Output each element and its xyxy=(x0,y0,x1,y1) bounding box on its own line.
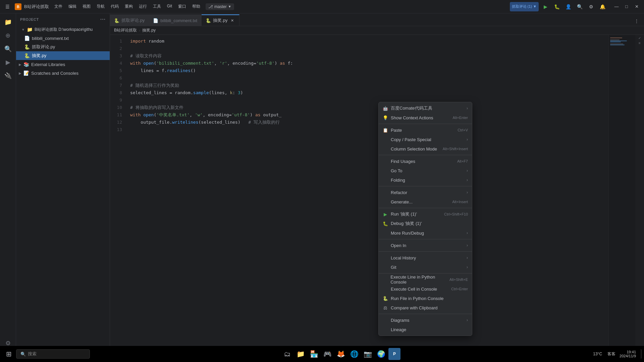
ctx-item-git[interactable]: Git › xyxy=(379,262,472,272)
taskbar-location[interactable]: 客客 xyxy=(606,351,617,358)
ctx-item-exec-line[interactable]: Execute Line in Python Console Alt+Shift… xyxy=(379,275,472,284)
taskbar-icon-pycharm[interactable]: P xyxy=(388,348,400,360)
menu-view[interactable]: 视图 xyxy=(80,2,93,11)
sidebar-options-icon[interactable]: ⋯ xyxy=(100,16,106,22)
branch-selector[interactable]: ⎇ master ▼ xyxy=(206,3,234,10)
taskbar-show-desktop[interactable] xyxy=(640,349,641,359)
tree-arrow-root: ▼ xyxy=(21,28,25,32)
code-line-10: # 将抽取的内容写入新文件 xyxy=(130,104,604,111)
ctx-item-run[interactable]: ▶ Run '抽奖 (1)' Ctrl+Shift+F10 xyxy=(379,209,472,219)
menu-refactor[interactable]: 重构 xyxy=(122,2,136,11)
ctx-item-baidu[interactable]: 🤖 百度Comate代码工具 › xyxy=(379,104,472,113)
minimize-btn[interactable]: — xyxy=(612,2,621,11)
ctx-label-debug: Debug '抽奖 (1)' xyxy=(391,221,422,227)
ctx-item-local-history[interactable]: Local History › xyxy=(379,253,472,262)
tab-lottery[interactable]: 🐍 抽奖.py ✕ xyxy=(202,14,239,26)
ctx-item-context-actions[interactable]: 💡 Show Context Actions Alt+Enter xyxy=(379,113,472,122)
taskbar-icon-explorer[interactable]: 🗂 xyxy=(281,348,293,360)
ctx-item-refactor[interactable]: Refactor › xyxy=(379,188,472,197)
code-editor[interactable]: 1234 5678 9101112 13 import random # 读取文… xyxy=(110,35,644,352)
ctx-item-exec-cell[interactable]: Execute Cell in Console Ctrl+Enter xyxy=(379,284,472,294)
find-usages-icon xyxy=(383,159,388,164)
right-panel-icon1[interactable]: ✓ xyxy=(638,36,641,40)
right-panel-icon2[interactable]: ≡ xyxy=(639,41,641,45)
taskbar-icon-store[interactable]: 🏪 xyxy=(308,348,320,360)
commit-icon[interactable]: ⊕ xyxy=(2,29,14,42)
tree-root[interactable]: ▼ 📁 B站评论抓取 D:\workspace\githu xyxy=(16,25,110,34)
ctx-item-open-in[interactable]: Open In › xyxy=(379,241,472,250)
ctx-item-column-sel[interactable]: Column Selection Mode Alt+Shift+Insert xyxy=(379,144,472,154)
start-button[interactable]: ⊞ xyxy=(3,348,15,360)
taskbar-icon-games[interactable]: 🎮 xyxy=(321,348,333,360)
menu-run[interactable]: 运行 xyxy=(136,2,150,11)
ctx-label-folding: Folding xyxy=(391,178,405,183)
tab-bilibili[interactable]: 📄 bilibili_comment.txt xyxy=(149,14,202,26)
code-content[interactable]: import random # 读取文件内容 with open('bilibi… xyxy=(126,35,608,352)
ctx-item-debug[interactable]: 🐛 Debug '抽奖 (1)' xyxy=(379,219,472,228)
run-debug-icon[interactable]: ▶ xyxy=(2,56,14,68)
open-in-arrow-icon: › xyxy=(467,243,468,248)
taskbar-icon-folder[interactable]: 📁 xyxy=(294,348,307,360)
tab-close-lottery[interactable]: ✕ xyxy=(230,18,235,23)
plugins-icon[interactable]: 🔌 xyxy=(2,70,14,82)
project-icon[interactable]: 📁 xyxy=(2,16,14,28)
menu-window[interactable]: 窗口 xyxy=(175,2,189,11)
settings-btn[interactable]: ⚙ xyxy=(586,2,596,11)
tree-item-ext-libs[interactable]: ▶ 📚 External Libraries xyxy=(16,60,110,69)
ctx-item-local-history-left: Local History xyxy=(383,255,416,260)
taskbar-icon-chrome2[interactable]: 🌍 xyxy=(375,348,387,360)
ctx-item-find-usages[interactable]: Find Usages Alt+F7 xyxy=(379,157,472,166)
menu-navigate[interactable]: 导航 xyxy=(94,2,107,11)
title-bar: ☰ B B站评论抓取 文件 编辑 视图 导航 代码 重构 运行 工具 Git 窗… xyxy=(0,0,644,13)
hamburger-icon[interactable]: ☰ xyxy=(3,2,12,11)
taskbar-icon-chrome[interactable]: 🌐 xyxy=(348,348,360,360)
ctx-item-goto[interactable]: Go To › xyxy=(379,166,472,175)
maximize-btn[interactable]: □ xyxy=(622,2,631,11)
menu-code[interactable]: 代码 xyxy=(108,2,121,11)
ctx-label-run-file: Run File in Python Console xyxy=(391,296,444,301)
tree-item-lottery[interactable]: 🐍 抽奖.py xyxy=(16,51,110,60)
ctx-item-generate[interactable]: Generate... Alt+Insert xyxy=(379,197,472,206)
taskbar-icon-app1[interactable]: 🦊 xyxy=(335,348,347,360)
tree-item-bilibili[interactable]: 📄 bilibili_comment.txt xyxy=(16,34,110,43)
baidu-ai-btn[interactable]: 抓取评论 (1) ▼ xyxy=(510,2,539,11)
profile-btn[interactable]: 👤 xyxy=(564,2,573,11)
menu-help[interactable]: 帮助 xyxy=(190,2,203,11)
search-icon[interactable]: 🔍 xyxy=(2,43,14,55)
ctx-item-run-file[interactable]: 🐍 Run File in Python Console xyxy=(379,294,472,303)
taskbar-datetime[interactable]: 19:41 2024/11/9 xyxy=(620,350,636,358)
ctx-label-open-in: Open In xyxy=(391,243,406,248)
ctx-item-folding[interactable]: Folding › xyxy=(379,175,472,185)
generate-icon xyxy=(383,199,388,204)
ctx-item-find-usages-left: Find Usages xyxy=(383,159,415,164)
menu-git[interactable]: Git xyxy=(164,2,175,11)
ctx-item-more-run[interactable]: More Run/Debug › xyxy=(379,228,472,238)
debug-btn[interactable]: 🐛 xyxy=(552,2,561,11)
ctx-item-lineage[interactable]: Lineage xyxy=(379,325,472,334)
tree-item-crawler[interactable]: 🐍 抓取评论.py xyxy=(16,43,110,51)
ctx-item-compare[interactable]: ⚖ Compare with Clipboard xyxy=(379,303,472,312)
taskbar-search[interactable]: 🔍 搜索 xyxy=(16,349,90,359)
menu-file[interactable]: 文件 xyxy=(52,2,65,11)
ctx-sep-1 xyxy=(379,124,472,124)
ctx-item-open-in-left: Open In xyxy=(383,243,406,248)
ctx-item-paste[interactable]: 📋 Paste Ctrl+V xyxy=(379,125,472,135)
ctx-item-diagrams[interactable]: Diagrams › xyxy=(379,315,472,325)
close-btn[interactable]: ✕ xyxy=(632,2,641,11)
ctx-shortcut-run: Ctrl+Shift+F10 xyxy=(444,212,468,216)
run-btn[interactable]: ▶ xyxy=(541,2,550,11)
window-controls: — □ ✕ xyxy=(612,2,641,11)
search-btn[interactable]: 🔍 xyxy=(575,2,584,11)
ctx-item-paste-left: 📋 Paste xyxy=(383,127,402,133)
project-label: Project xyxy=(20,17,39,21)
tree-item-scratches[interactable]: ▶ 📝 Scratches and Consoles xyxy=(16,69,110,77)
menu-edit[interactable]: 编辑 xyxy=(66,2,79,11)
editor-settings-icon[interactable]: ⋮ xyxy=(632,16,641,26)
notifications-btn[interactable]: 🔔 xyxy=(598,2,607,11)
taskbar-icon-camera[interactable]: 📷 xyxy=(362,348,374,360)
tab-crawler[interactable]: 🐍 抓取评论.py xyxy=(110,14,149,26)
diagrams-icon xyxy=(383,317,388,323)
menu-tools[interactable]: 工具 xyxy=(150,2,164,11)
taskbar-temp[interactable]: 13°C xyxy=(592,351,603,357)
ctx-item-copy-paste[interactable]: Copy / Paste Special › xyxy=(379,135,472,144)
